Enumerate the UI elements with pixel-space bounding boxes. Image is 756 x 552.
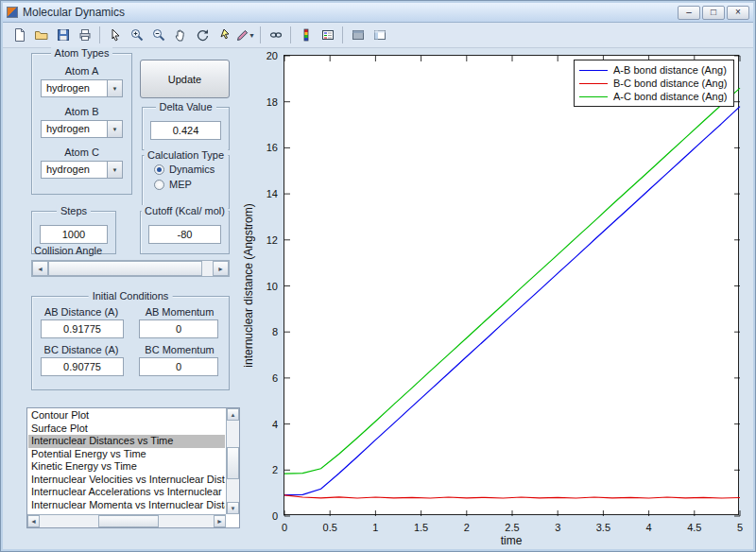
atom-a-value: hydrogen [42,80,107,96]
insert-legend-icon[interactable] [317,25,338,45]
restore-button[interactable]: □ [702,6,725,20]
bc-distance-field[interactable]: 0.90775 [41,357,124,376]
chevron-down-icon[interactable]: ▼ [107,162,122,178]
bc-momentum-label: BC Momentum [130,344,229,355]
plot-type-listbox[interactable]: Contour PlotSurface PlotInternuclear Dis… [26,407,240,528]
save-figure-icon[interactable] [52,25,74,45]
atom-c-dropdown[interactable]: hydrogen ▼ [41,161,123,179]
list-item[interactable]: Internuclear Momenta vs Internuclear Dis… [28,499,225,512]
chevron-down-icon[interactable]: ▼ [107,80,122,96]
minimize-button[interactable]: – [678,6,700,20]
legend-entry: A-B bond distance (Ang) [575,63,733,77]
calculation-option[interactable]: Dynamics [154,164,229,175]
slider-track[interactable] [202,261,213,276]
initial-conditions-panel: Initial Conditions AB Distance (A) AB Mo… [31,296,230,390]
list-item[interactable]: Internuclear Velocities vs Internuclear … [28,474,225,487]
chevron-down-icon[interactable]: ▼ [107,121,122,137]
insert-colorbar-icon[interactable] [295,25,317,45]
open-file-icon[interactable] [30,25,52,45]
x-tick-label: 4.5 [687,522,701,533]
data-cursor-icon[interactable] [213,25,234,45]
list-item[interactable]: Internuclear Distances vs Time [28,435,225,448]
slider-right-arrow-icon[interactable]: ► [213,261,229,276]
series-line-0 [284,107,740,495]
scroll-thumb[interactable] [227,447,239,479]
y-axis-label: internuclear distance (Angstrom) [241,55,256,515]
zoom-out-icon[interactable] [147,25,169,45]
y-tick-label: 14 [266,188,278,199]
ab-momentum-label: AB Momentum [130,306,229,318]
radio-button-icon[interactable] [154,180,164,190]
atom-a-dropdown[interactable]: hydrogen ▼ [41,79,123,97]
atom-b-dropdown[interactable]: hydrogen ▼ [41,120,123,138]
scroll-thumb[interactable] [98,515,159,527]
y-tick-label: 12 [266,234,278,246]
plot-legend: A-B bond distance (Ang)B-C bond distance… [574,60,734,107]
scroll-track[interactable] [227,479,239,502]
collision-angle-slider[interactable]: ◄ ► [31,260,230,277]
listbox-vertical-scrollbar[interactable]: ▲ ▼ [226,408,239,514]
print-figure-icon[interactable] [74,25,95,45]
listbox-horizontal-scrollbar[interactable]: ◄ ► [27,514,226,527]
ab-momentum-field[interactable]: 0 [139,319,218,338]
pan-icon[interactable] [169,25,191,45]
legend-line-sample [579,70,608,71]
x-tick-label: 2 [464,522,470,533]
scroll-down-icon[interactable]: ▼ [227,502,239,514]
list-item[interactable]: Surface Plot [28,423,225,436]
brush-icon[interactable]: ▼ [234,25,256,45]
atom-b-value: hydrogen [42,121,107,137]
x-tick-label: 3.5 [596,522,610,533]
slider-thumb[interactable] [48,261,202,276]
new-figure-icon[interactable] [9,25,30,45]
scroll-track[interactable] [227,421,239,447]
figure-toolbar: ▼ [3,23,753,48]
bc-distance-label: BC Distance (A) [32,344,130,355]
scroll-right-icon[interactable]: ► [214,515,226,527]
scroll-track[interactable] [159,515,214,527]
legend-entry: A-C bond distance (Ang) [575,90,733,103]
update-button[interactable]: Update [140,60,230,98]
steps-field[interactable]: 1000 [40,225,108,244]
link-plot-icon[interactable] [265,25,286,45]
legend-label: A-B bond distance (Ang) [613,64,727,76]
slider-left-arrow-icon[interactable]: ◄ [32,261,48,276]
titlebar[interactable]: Molecular Dynamics – □ × [3,3,753,23]
atom-c-label: Atom C [32,147,131,158]
chevron-down-icon: ▼ [249,32,255,39]
atom-types-panel: Atom Types Atom A hydrogen ▼ Atom B hydr… [31,53,132,195]
list-item[interactable]: Potential Energy vs Time [28,448,225,461]
edit-plot-icon[interactable] [104,25,126,45]
scroll-track[interactable] [40,515,98,527]
toolbar-separator [290,26,291,43]
scroll-up-icon[interactable]: ▲ [227,408,239,421]
delta-value-title: Delta Value [155,101,215,112]
radio-button-icon[interactable] [154,164,164,175]
scroll-left-icon[interactable]: ◄ [27,515,40,527]
zoom-in-icon[interactable] [126,25,147,45]
calculation-option[interactable]: MEP [154,179,229,190]
cutoff-field[interactable]: -80 [148,225,221,244]
toolbar-separator [260,26,261,43]
x-tick-label: 2.5 [505,522,519,533]
atom-c-value: hydrogen [42,162,107,178]
delta-value-field[interactable]: 0.424 [150,121,221,140]
hide-plot-tools-icon[interactable] [347,25,369,45]
rotate-3d-icon[interactable] [191,25,213,45]
radio-label: MEP [169,179,192,190]
show-plot-tools-icon[interactable] [369,25,390,45]
list-item[interactable]: Kinetic Energy vs Time [28,460,225,474]
calculation-type-panel: Calculation Type DynamicsMEP [142,155,230,209]
close-button[interactable]: × [727,6,749,20]
cutoff-panel: Cutoff (Kcal/ mol) -80 [140,211,230,254]
toolbar-separator [342,26,343,43]
ab-distance-field[interactable]: 0.91775 [41,319,124,338]
toolbar-separator [99,26,100,43]
x-tick-label: 4 [646,522,652,533]
list-item[interactable]: Internuclear Accelerations vs Internucle… [28,486,225,499]
bc-momentum-field[interactable]: 0 [139,357,218,376]
y-tick-label: 20 [266,50,278,61]
list-item[interactable]: Contour Plot [28,409,225,423]
delta-value-panel: Delta Value 0.424 [142,107,230,150]
x-tick-label: 5 [737,522,743,533]
